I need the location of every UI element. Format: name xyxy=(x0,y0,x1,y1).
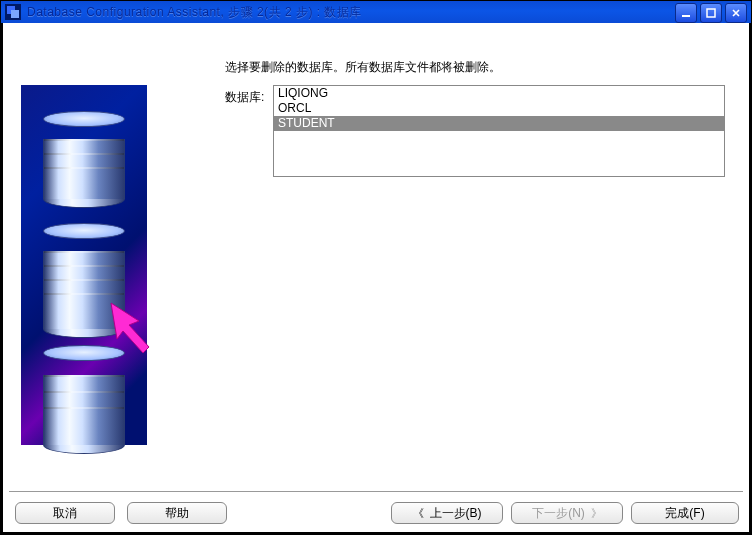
window-controls xyxy=(675,3,747,23)
app-window: Database Configuration Assistant, 步骤 2(共… xyxy=(0,0,752,535)
minimize-icon xyxy=(681,8,691,18)
list-item[interactable]: LIQIONG xyxy=(274,86,724,101)
maximize-icon xyxy=(706,8,716,18)
wizard-illustration xyxy=(21,85,147,445)
separator xyxy=(9,491,743,492)
chevron-right-icon: 》 xyxy=(591,506,602,521)
database-cylinder-icon xyxy=(43,111,125,208)
back-label: 上一步(B) xyxy=(430,505,482,522)
help-button[interactable]: 帮助 xyxy=(127,502,227,524)
instruction-text: 选择要删除的数据库。所有数据库文件都将被删除。 xyxy=(225,59,501,76)
close-icon xyxy=(731,8,741,18)
app-icon xyxy=(5,4,21,20)
back-button[interactable]: 《 上一步(B) xyxy=(391,502,503,524)
list-item[interactable]: STUDENT xyxy=(274,116,724,131)
database-cylinder-icon xyxy=(43,345,125,454)
finish-label: 完成(F) xyxy=(665,505,704,522)
database-listbox[interactable]: LIQIONG ORCL STUDENT xyxy=(273,85,725,177)
cancel-label: 取消 xyxy=(53,505,77,522)
next-button: 下一步(N) 》 xyxy=(511,502,623,524)
help-label: 帮助 xyxy=(165,505,189,522)
cancel-button[interactable]: 取消 xyxy=(15,502,115,524)
list-item[interactable]: ORCL xyxy=(274,101,724,116)
next-label: 下一步(N) xyxy=(532,505,585,522)
close-button[interactable] xyxy=(725,3,747,23)
finish-button[interactable]: 完成(F) xyxy=(631,502,739,524)
title-bar: Database Configuration Assistant, 步骤 2(共… xyxy=(1,1,751,23)
svg-rect-1 xyxy=(707,9,715,17)
minimize-button[interactable] xyxy=(675,3,697,23)
database-label: 数据库: xyxy=(225,89,264,106)
chevron-left-icon: 《 xyxy=(413,506,424,521)
maximize-button[interactable] xyxy=(700,3,722,23)
window-title: Database Configuration Assistant, 步骤 2(共… xyxy=(27,4,362,21)
svg-rect-0 xyxy=(682,15,690,17)
content-area: 选择要删除的数据库。所有数据库文件都将被删除。 数据库: LIQIONG ORC… xyxy=(1,23,751,534)
